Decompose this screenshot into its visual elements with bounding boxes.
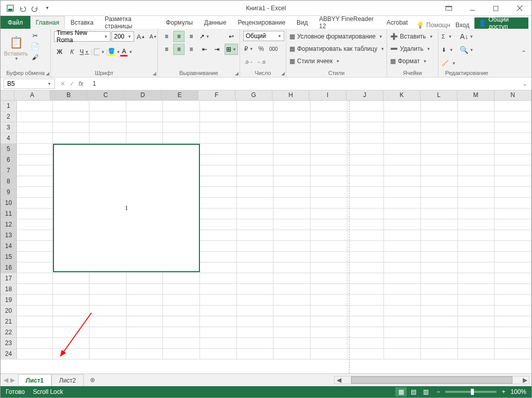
cell-A16[interactable] bbox=[17, 262, 53, 273]
cell-L23[interactable] bbox=[421, 338, 458, 348]
cell-J22[interactable] bbox=[347, 327, 384, 337]
cell-M8[interactable] bbox=[458, 176, 495, 186]
cell-H4[interactable] bbox=[273, 133, 310, 143]
cell-E19[interactable] bbox=[163, 295, 200, 305]
cell-H22[interactable] bbox=[273, 327, 310, 337]
cell-J7[interactable] bbox=[347, 165, 384, 176]
cell-E4[interactable] bbox=[163, 133, 200, 143]
cell-F15[interactable] bbox=[200, 252, 237, 262]
cell-M12[interactable] bbox=[458, 219, 495, 230]
cell-A22[interactable] bbox=[17, 327, 53, 337]
dialog-launcher-icon[interactable]: ◢ bbox=[281, 71, 285, 76]
row-header-15[interactable]: 15 bbox=[1, 252, 17, 262]
cell-I4[interactable] bbox=[310, 133, 347, 143]
cell-E1[interactable] bbox=[163, 101, 200, 111]
cell-N15[interactable] bbox=[494, 252, 531, 262]
conditional-formatting-button[interactable]: ▦Условное форматирование▼ bbox=[289, 31, 383, 42]
cell-J9[interactable] bbox=[347, 187, 384, 197]
cell-L18[interactable] bbox=[421, 284, 458, 294]
cell-C17[interactable] bbox=[89, 273, 126, 283]
cell-N8[interactable] bbox=[494, 176, 531, 186]
cell-G6[interactable] bbox=[237, 155, 274, 165]
cell-L4[interactable] bbox=[421, 133, 458, 143]
column-header-N[interactable]: N bbox=[494, 90, 531, 100]
increase-decimal-icon[interactable]: .0→ bbox=[243, 56, 254, 68]
cell-D22[interactable] bbox=[126, 327, 163, 337]
cell-I21[interactable] bbox=[310, 316, 347, 327]
tab-formulas[interactable]: Формулы bbox=[160, 16, 198, 29]
cell-G11[interactable] bbox=[237, 209, 274, 219]
cell-A8[interactable] bbox=[17, 176, 53, 186]
cell-M4[interactable] bbox=[458, 133, 495, 143]
column-header-E[interactable]: E bbox=[161, 90, 198, 100]
cell-J2[interactable] bbox=[347, 111, 384, 122]
column-header-M[interactable]: M bbox=[457, 90, 494, 100]
cell-H6[interactable] bbox=[273, 155, 310, 165]
cell-B22[interactable] bbox=[53, 327, 90, 337]
cell-G20[interactable] bbox=[237, 306, 274, 316]
cell-J19[interactable] bbox=[347, 295, 384, 305]
page-layout-view-icon[interactable]: ▤ bbox=[408, 387, 419, 396]
save-icon[interactable] bbox=[5, 3, 16, 14]
normal-view-icon[interactable]: ▦ bbox=[395, 387, 407, 396]
cell-C3[interactable] bbox=[89, 122, 126, 132]
cell-N20[interactable] bbox=[494, 306, 531, 316]
cell-H20[interactable] bbox=[273, 306, 310, 316]
cell-I6[interactable] bbox=[310, 155, 347, 165]
cell-A9[interactable] bbox=[17, 187, 53, 197]
cell-I13[interactable] bbox=[310, 230, 347, 240]
cell-G21[interactable] bbox=[237, 316, 274, 327]
fill-icon[interactable]: ⬇▼ bbox=[442, 44, 456, 55]
cell-H2[interactable] bbox=[273, 111, 310, 122]
cell-A13[interactable] bbox=[17, 230, 53, 240]
cell-J6[interactable] bbox=[347, 155, 384, 165]
cell-J17[interactable] bbox=[347, 273, 384, 283]
cell-G3[interactable] bbox=[237, 122, 274, 132]
find-select-icon[interactable]: 🔍▼ bbox=[461, 44, 472, 55]
accounting-icon[interactable]: ₽▼ bbox=[243, 43, 254, 54]
cell-B19[interactable] bbox=[53, 295, 90, 305]
cell-N19[interactable] bbox=[494, 295, 531, 305]
fx-icon[interactable]: fx bbox=[79, 80, 83, 87]
cell-A14[interactable] bbox=[17, 241, 53, 251]
decrease-indent-icon[interactable]: ⇤ bbox=[199, 44, 210, 55]
cell-I15[interactable] bbox=[310, 252, 347, 262]
cell-H21[interactable] bbox=[273, 316, 310, 327]
formula-input[interactable]: 1 bbox=[88, 80, 518, 87]
cell-F20[interactable] bbox=[200, 306, 237, 316]
align-right-icon[interactable]: ≡ bbox=[186, 44, 197, 55]
row-header-20[interactable]: 20 bbox=[1, 306, 17, 316]
cell-L20[interactable] bbox=[421, 306, 458, 316]
cell-K21[interactable] bbox=[384, 316, 421, 327]
undo-icon[interactable] bbox=[17, 3, 28, 14]
cell-G2[interactable] bbox=[237, 111, 274, 122]
cell-D18[interactable] bbox=[126, 284, 163, 294]
cell-M3[interactable] bbox=[458, 122, 495, 132]
row-header-7[interactable]: 7 bbox=[1, 165, 17, 176]
column-header-L[interactable]: L bbox=[420, 90, 457, 100]
cell-J23[interactable] bbox=[347, 338, 384, 348]
cell-N17[interactable] bbox=[494, 273, 531, 283]
row-header-12[interactable]: 12 bbox=[1, 219, 17, 230]
cell-K20[interactable] bbox=[384, 306, 421, 316]
cell-N6[interactable] bbox=[494, 155, 531, 165]
cell-L22[interactable] bbox=[421, 327, 458, 337]
cell-C21[interactable] bbox=[89, 316, 126, 327]
cell-G18[interactable] bbox=[237, 284, 274, 294]
row-header-24[interactable]: 24 bbox=[1, 349, 17, 359]
cell-J1[interactable] bbox=[347, 101, 384, 111]
cell-L6[interactable] bbox=[421, 155, 458, 165]
cell-F4[interactable] bbox=[200, 133, 237, 143]
cell-H16[interactable] bbox=[273, 262, 310, 273]
cell-I9[interactable] bbox=[310, 187, 347, 197]
column-header-G[interactable]: G bbox=[235, 90, 272, 100]
cell-I2[interactable] bbox=[310, 111, 347, 122]
cell-L1[interactable] bbox=[421, 101, 458, 111]
cell-F17[interactable] bbox=[200, 273, 237, 283]
cell-H10[interactable] bbox=[273, 198, 310, 208]
scroll-thumb[interactable] bbox=[351, 376, 512, 384]
maximize-icon[interactable] bbox=[484, 1, 508, 15]
cell-L12[interactable] bbox=[421, 219, 458, 230]
cell-H12[interactable] bbox=[273, 219, 310, 230]
tab-review[interactable]: Рецензирование bbox=[232, 16, 291, 29]
